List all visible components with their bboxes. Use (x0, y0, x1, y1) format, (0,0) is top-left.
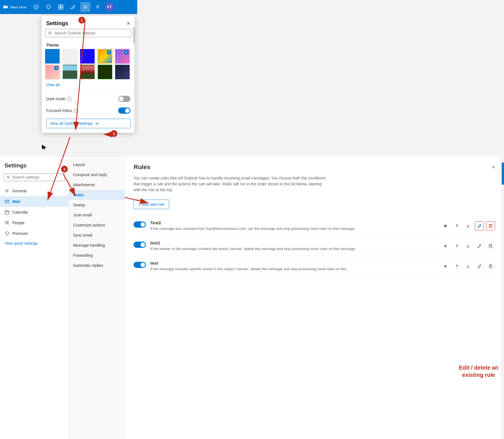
pencil-icon[interactable] (68, 2, 78, 12)
focused-inbox-info[interactable]: i (74, 108, 78, 113)
mail-nav-junk[interactable]: Junk email (69, 210, 124, 220)
mail-nav-forwarding[interactable]: Forwarding (69, 250, 124, 260)
theme-circuit[interactable] (98, 65, 112, 79)
rule-test-edit-btn[interactable] (475, 262, 484, 271)
dark-mode-toggle[interactable] (118, 96, 130, 102)
svg-rect-6 (61, 5, 63, 7)
meetnow-button[interactable]: Meet Now (3, 4, 27, 10)
dark-mode-info[interactable]: i (67, 97, 71, 101)
rule-test1-up-btn[interactable] (452, 242, 461, 251)
main-scrollbar[interactable] (501, 157, 504, 439)
focused-inbox-thumb (125, 108, 130, 113)
qs-title: Settings (46, 20, 68, 27)
svg-point-14 (7, 176, 9, 178)
svg-rect-28 (489, 225, 492, 228)
focused-inbox-toggle[interactable] (118, 108, 130, 114)
theme-abstract[interactable] (115, 49, 130, 64)
rules-close-button[interactable]: × (492, 164, 495, 171)
svg-line-12 (51, 34, 52, 34)
mail-nav-rules[interactable]: Rules (69, 190, 124, 200)
svg-marker-25 (445, 225, 447, 227)
mail-nav-attachments[interactable]: Attachments (69, 180, 124, 190)
bulb-icon[interactable] (93, 2, 103, 12)
theme-white[interactable] (63, 49, 77, 64)
settings-search-input[interactable] (12, 175, 62, 179)
theme-blue[interactable] (45, 49, 60, 64)
rule-test-run-btn[interactable] (441, 262, 450, 271)
cursor (41, 144, 47, 150)
theme-floral[interactable] (45, 65, 60, 79)
skype-icon[interactable]: S (31, 2, 41, 12)
theme-mountains[interactable] (63, 65, 77, 79)
rule-test2-toggle[interactable] (134, 221, 146, 228)
sidebar-item-mail-label: Mail (12, 199, 20, 204)
rule-test1-run-btn[interactable] (441, 242, 450, 251)
add-new-rule-button[interactable]: + Add new rule (134, 200, 169, 209)
mail-nav-message-handling[interactable]: Message handling (69, 240, 124, 250)
focused-inbox-row: Focused Inbox i (42, 105, 135, 116)
qs-scrollbar[interactable] (133, 16, 135, 133)
sidebar-item-general[interactable]: General (0, 186, 68, 196)
rule-test2-delete-btn[interactable] (486, 221, 495, 230)
rule-test1-name: test1 (150, 240, 437, 245)
settings-search-box[interactable] (3, 173, 65, 181)
sidebar-item-premium[interactable]: Premium (0, 228, 68, 239)
qs-search-input[interactable] (54, 31, 129, 35)
rule-test-toggle[interactable] (134, 262, 146, 268)
svg-marker-31 (445, 245, 447, 247)
mail-nav-customize[interactable]: Customize actions (69, 220, 124, 230)
rule-test-down-btn[interactable] (464, 262, 473, 271)
rule-test1-edit-btn[interactable] (475, 242, 484, 251)
svg-line-15 (9, 178, 10, 179)
sidebar-item-mail[interactable]: Mail (0, 196, 68, 207)
add-rule-label: + Add new rule (138, 202, 164, 207)
mail-nav-sync[interactable]: Sync email (69, 230, 124, 240)
annotation-3: 3 (61, 166, 68, 172)
sidebar-item-people[interactable]: People (0, 218, 68, 228)
theme-sunset[interactable] (98, 49, 112, 64)
svg-marker-37 (445, 265, 447, 268)
dark-mode-label: Dark mode i (46, 97, 71, 101)
qs-search-box[interactable] (45, 29, 132, 37)
rule-test-delete-btn[interactable] (486, 262, 495, 271)
quick-settings-popup: Settings ✕ Theme View all Dark mode i (41, 15, 135, 133)
gear-icon[interactable] (80, 2, 90, 12)
svg-rect-18 (5, 211, 9, 214)
rule-test2-run-btn[interactable] (441, 221, 450, 230)
rule-item-test2: Test2 If the message was received from '… (134, 216, 495, 236)
sidebar-item-general-label: General (12, 189, 26, 193)
svg-marker-13 (42, 145, 46, 150)
diamond-icon[interactable] (43, 2, 53, 12)
user-avatar[interactable]: KT (105, 3, 114, 11)
view-quick-settings-link[interactable]: View quick settings (0, 239, 68, 248)
mail-nav-sweep[interactable]: Sweep (69, 200, 124, 210)
rule-test2-up-btn[interactable] (452, 221, 461, 230)
rule-test-actions (441, 261, 495, 271)
theme-royal[interactable] (80, 49, 95, 64)
mail-nav-auto-replies[interactable]: Automatic replies (69, 260, 124, 270)
rule-test1-delete-btn[interactable] (486, 242, 495, 251)
rule-test2-edit-btn[interactable] (475, 221, 484, 230)
sidebar-item-calendar-label: Calendar (12, 210, 28, 214)
mail-nav-layout[interactable]: Layout (69, 160, 124, 170)
view-all-settings-button[interactable]: View all Outlook settings (46, 119, 130, 128)
sidebar-item-calendar[interactable]: Calendar (0, 207, 68, 218)
rule-item-test1: test1 If the header of the message conta… (134, 236, 495, 256)
theme-ocean[interactable] (115, 65, 130, 79)
grid-icon[interactable] (56, 2, 66, 12)
settings-panel-title: Settings (0, 162, 68, 173)
mail-nav-compose-reply[interactable]: Compose and reply (69, 170, 124, 180)
calendar-nav-icon (4, 210, 10, 215)
svg-point-10 (97, 5, 99, 8)
theme-grid (42, 49, 135, 81)
qs-close-button[interactable]: ✕ (126, 20, 130, 27)
rule-test1-toggle[interactable] (134, 242, 146, 248)
sidebar-item-premium-label: Premium (12, 231, 28, 236)
rule-test1-content: test1 If the header of the message conta… (150, 240, 437, 251)
rule-test1-down-btn[interactable] (464, 242, 473, 251)
rule-test2-down-btn[interactable] (464, 221, 473, 230)
svg-rect-7 (59, 7, 60, 9)
view-all-themes-link[interactable]: View all (42, 81, 135, 90)
rule-test-up-btn[interactable] (452, 262, 461, 271)
theme-trees[interactable] (80, 65, 95, 79)
